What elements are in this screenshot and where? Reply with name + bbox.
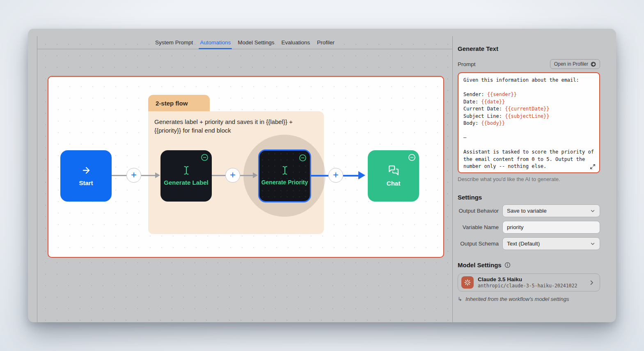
- collapse-minus-icon[interactable]: [408, 154, 416, 161]
- expand-icon[interactable]: [590, 164, 596, 170]
- add-step-button-2[interactable]: +: [225, 168, 240, 183]
- app-window: System Prompt Automations Model Settings…: [28, 29, 616, 322]
- text-cursor-icon: [280, 166, 289, 175]
- open-in-profiler-button[interactable]: Open in Profiler: [550, 59, 600, 69]
- collapse-minus-icon[interactable]: [201, 154, 209, 161]
- tab-system-prompt[interactable]: System Prompt: [155, 36, 193, 49]
- node-start-label: Start: [79, 179, 93, 187]
- workflow-canvas[interactable]: System Prompt Automations Model Settings…: [37, 36, 453, 322]
- arrow-right-icon: [81, 165, 91, 175]
- model-settings-section-title: Model Settings: [458, 262, 502, 268]
- node-chat-label: Chat: [387, 179, 400, 187]
- node-chat[interactable]: Chat: [368, 150, 419, 202]
- model-id: anthropic/claude-3-5-haiku-20241022: [478, 283, 584, 289]
- circle-arrow-right-icon: [591, 62, 596, 67]
- claude-logo-icon: [461, 276, 474, 289]
- edge-label-plus2: [212, 175, 226, 176]
- inherited-note: ↳ Inherited from the workflow's model se…: [458, 296, 600, 302]
- output-schema-label: Output Schema: [458, 241, 499, 247]
- edge-priority-plus3: [311, 175, 328, 177]
- model-card[interactable]: Claude 3.5 Haiku anthropic/claude-3-5-ha…: [458, 273, 600, 291]
- inspector-panel: Generate Text Prompt Open in Profiler Gi…: [453, 36, 616, 322]
- add-step-button-1[interactable]: +: [126, 168, 141, 183]
- chat-bubbles-icon: [388, 165, 399, 176]
- model-name: Claude 3.5 Haiku: [478, 276, 584, 283]
- chevron-down-icon: [590, 241, 596, 247]
- collapse-minus-icon[interactable]: [299, 154, 307, 162]
- output-behavior-select[interactable]: Save to variable: [502, 204, 600, 217]
- node-generate-label-label: Generate Label: [164, 179, 208, 186]
- info-icon[interactable]: [504, 262, 511, 268]
- prompt-label: Prompt: [458, 61, 476, 67]
- arrowhead-into-generate-priority: [253, 172, 258, 178]
- variable-name-label: Variable Name: [458, 224, 499, 230]
- inherited-note-text: Inherited from the workflow's model sett…: [465, 296, 569, 302]
- node-generate-priority[interactable]: Generate Priority: [258, 149, 311, 202]
- panel-title: Generate Text: [458, 45, 600, 52]
- group-description: Generates label + priority and saves it …: [154, 117, 318, 135]
- prompt-helper-text: Describe what you'd like the AI to gener…: [458, 176, 600, 182]
- node-generate-label[interactable]: Generate Label: [160, 150, 212, 202]
- output-behavior-label: Output Behavior: [458, 208, 499, 214]
- settings-section-title: Settings: [458, 194, 600, 201]
- output-behavior-value: Save to variable: [507, 208, 547, 214]
- tab-automations[interactable]: Automations: [199, 36, 231, 49]
- node-generate-priority-label: Generate Priority: [261, 179, 308, 186]
- tab-model-settings[interactable]: Model Settings: [237, 36, 275, 49]
- prompt-editor[interactable]: Given this information about the email: …: [458, 72, 600, 173]
- arrowhead-into-chat: [358, 171, 365, 179]
- edge-plus3-chat: [343, 175, 359, 177]
- chevron-down-icon: [590, 208, 596, 214]
- variable-name-input[interactable]: [502, 221, 600, 234]
- tab-profiler[interactable]: Profiler: [316, 36, 335, 49]
- edge-plus2-priority: [240, 175, 254, 176]
- tab-evaluations[interactable]: Evaluations: [281, 36, 311, 49]
- output-schema-value: Text (Default): [507, 241, 540, 247]
- open-in-profiler-label: Open in Profiler: [554, 61, 588, 67]
- edge-start-plus1: [112, 175, 126, 176]
- output-schema-select[interactable]: Text (Default): [502, 237, 600, 250]
- node-start[interactable]: Start: [60, 150, 112, 202]
- edge-plus1-label: [141, 175, 156, 176]
- arrowhead-into-generate-label: [155, 172, 160, 178]
- chevron-right-icon: [589, 280, 595, 286]
- arrow-hook-icon: ↳: [458, 296, 462, 302]
- tab-bar: System Prompt Automations Model Settings…: [37, 36, 452, 49]
- text-cursor-icon: [182, 166, 191, 175]
- group-label-tab[interactable]: 2-step flow: [148, 95, 210, 112]
- add-step-button-3[interactable]: +: [328, 168, 343, 183]
